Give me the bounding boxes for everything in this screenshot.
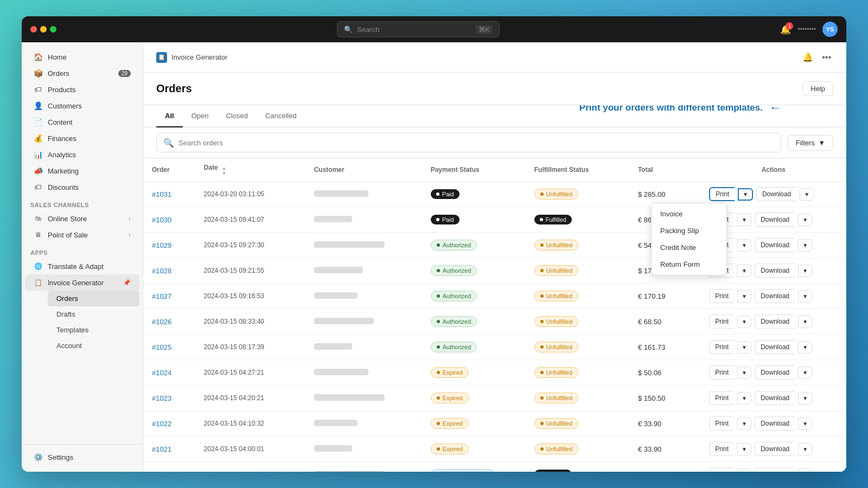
print-dropdown-arrow[interactable]: ▼: [737, 265, 751, 277]
download-dropdown-arrow[interactable]: ▼: [800, 188, 814, 201]
print-button[interactable]: Print: [709, 442, 734, 456]
help-button[interactable]: Help: [802, 81, 833, 96]
print-dropdown-arrow[interactable]: ▼: [737, 418, 751, 430]
sidebar-subitem-templates[interactable]: Templates: [48, 322, 139, 338]
download-button[interactable]: Download: [755, 264, 795, 278]
download-dropdown-arrow[interactable]: ▼: [798, 214, 812, 226]
dropdown-item-invoice[interactable]: Invoice: [652, 206, 726, 222]
sidebar-item-home[interactable]: 🏠 Home: [25, 49, 139, 65]
download-button[interactable]: Download: [755, 289, 795, 303]
order-number[interactable]: #1020: [152, 471, 171, 472]
sidebar-subitem-account[interactable]: Account: [48, 338, 139, 354]
order-number[interactable]: #1023: [152, 394, 171, 402]
download-dropdown-arrow[interactable]: ▼: [798, 290, 812, 303]
sidebar-item-pos[interactable]: 🖥 Point of Sale ›: [25, 227, 139, 243]
dropdown-item-credit-note[interactable]: Credit Note: [652, 239, 726, 256]
print-dropdown-arrow[interactable]: ▼: [737, 392, 751, 404]
sidebar-subitem-drafts[interactable]: Drafts: [48, 306, 139, 322]
print-dropdown-arrow[interactable]: ▼: [737, 290, 751, 303]
close-button[interactable]: [30, 26, 37, 33]
print-dropdown-arrow[interactable]: ▼: [737, 316, 751, 328]
sidebar-item-analytics[interactable]: 📊 Analytics: [25, 146, 139, 163]
download-dropdown-arrow[interactable]: ▼: [798, 367, 812, 379]
download-button[interactable]: Download: [755, 340, 795, 354]
download-button[interactable]: Download: [755, 416, 795, 431]
order-number[interactable]: #1028: [152, 267, 171, 275]
payment-badge: Expired: [431, 444, 469, 454]
download-button[interactable]: Download: [755, 365, 795, 380]
order-number[interactable]: #1027: [152, 292, 171, 300]
print-dropdown-arrow[interactable]: ▼: [737, 239, 751, 252]
search-input[interactable]: [178, 139, 774, 147]
download-dropdown-arrow[interactable]: ▼: [798, 341, 812, 354]
actions-buttons: Print▼ Download▼: [709, 289, 838, 303]
sidebar-item-marketing[interactable]: 📣 Marketing: [25, 163, 139, 179]
download-button[interactable]: Download: [755, 467, 795, 472]
download-button[interactable]: Download: [755, 213, 795, 227]
download-button[interactable]: Download: [756, 187, 796, 201]
order-number[interactable]: #1026: [152, 318, 171, 326]
download-button[interactable]: Download: [755, 442, 795, 456]
sidebar-item-finances[interactable]: 💰 Finances: [25, 130, 139, 146]
sidebar-item-orders[interactable]: 📦 Orders 29: [25, 65, 139, 81]
print-button[interactable]: Print: [709, 314, 734, 329]
print-dropdown-arrow[interactable]: ▼: [737, 443, 751, 455]
global-search[interactable]: 🔍 Search ⌘K: [337, 21, 500, 37]
col-header-date[interactable]: Date ▲▼: [195, 158, 305, 182]
print-dropdown-arrow[interactable]: ▼: [737, 367, 751, 379]
order-number[interactable]: #1021: [152, 445, 171, 453]
order-number[interactable]: #1030: [152, 216, 171, 224]
maximize-button[interactable]: [50, 26, 56, 33]
order-number[interactable]: #1024: [152, 369, 171, 377]
tab-open[interactable]: Open: [183, 105, 218, 127]
table-row: #1024 2024-03-15 04:27:21 Expired Unfulf…: [143, 360, 846, 386]
tab-cancelled[interactable]: Cancelled: [257, 105, 305, 127]
filters-button[interactable]: Filters ▼: [788, 135, 833, 151]
sidebar-subitem-orders[interactable]: Orders: [48, 291, 139, 306]
sidebar-item-discounts[interactable]: 🏷 Discounts: [25, 179, 139, 195]
print-dropdown-arrow[interactable]: ▼: [737, 468, 751, 472]
print-button[interactable]: Print: [709, 365, 734, 380]
download-dropdown-arrow[interactable]: ▼: [798, 239, 812, 252]
notifications-button[interactable]: 🔔 1: [780, 24, 791, 35]
tab-closed[interactable]: Closed: [217, 105, 256, 127]
order-number[interactable]: #1029: [152, 241, 171, 249]
sidebar-item-products[interactable]: 🏷 Products: [25, 81, 139, 98]
sidebar-item-content[interactable]: 📄 Content: [25, 114, 139, 130]
print-button[interactable]: Print: [709, 467, 734, 472]
print-dropdown-arrow[interactable]: ▼: [738, 188, 753, 201]
print-dropdown-arrow[interactable]: ▼: [737, 214, 751, 226]
sidebar-item-translate[interactable]: 🌐 Translate & Adapt: [25, 258, 139, 274]
bell-icon[interactable]: 🔔: [800, 50, 815, 65]
order-number[interactable]: #1025: [152, 343, 171, 351]
print-button[interactable]: Print: [709, 416, 734, 431]
download-dropdown-arrow[interactable]: ▼: [798, 418, 812, 430]
dropdown-item-packing-slip[interactable]: Packing Slip: [652, 222, 726, 239]
more-options-icon[interactable]: •••: [820, 50, 833, 65]
customer-cell: [305, 284, 422, 309]
avatar[interactable]: YS: [822, 22, 838, 37]
sidebar-item-customers[interactable]: 👤 Customers: [25, 98, 139, 114]
order-search[interactable]: 🔍: [156, 133, 781, 152]
sidebar-item-invoice-generator[interactable]: 📋 Invoice Generator 📌: [25, 274, 139, 291]
print-dropdown-arrow[interactable]: ▼: [737, 341, 751, 354]
order-number[interactable]: #1031: [152, 190, 171, 198]
download-dropdown-arrow[interactable]: ▼: [798, 316, 812, 328]
print-button[interactable]: Print: [709, 187, 735, 201]
sidebar-item-settings[interactable]: ⚙️ Settings: [25, 449, 139, 465]
minimize-button[interactable]: [40, 26, 47, 33]
tab-all[interactable]: All: [156, 105, 183, 127]
download-button[interactable]: Download: [755, 391, 795, 405]
print-button[interactable]: Print: [709, 340, 734, 354]
download-dropdown-arrow[interactable]: ▼: [798, 265, 812, 277]
dropdown-item-return-form[interactable]: Return Form: [652, 256, 726, 273]
print-button[interactable]: Print: [709, 289, 734, 303]
sidebar-item-online-store[interactable]: 🛍 Online Store ›: [25, 210, 139, 227]
download-button[interactable]: Download: [755, 238, 795, 252]
order-number[interactable]: #1022: [152, 420, 171, 428]
download-button[interactable]: Download: [755, 314, 795, 329]
download-dropdown-arrow[interactable]: ▼: [798, 392, 812, 404]
download-dropdown-arrow[interactable]: ▼: [798, 443, 812, 455]
download-dropdown-arrow[interactable]: ▼: [798, 468, 812, 472]
print-button[interactable]: Print: [709, 391, 734, 405]
